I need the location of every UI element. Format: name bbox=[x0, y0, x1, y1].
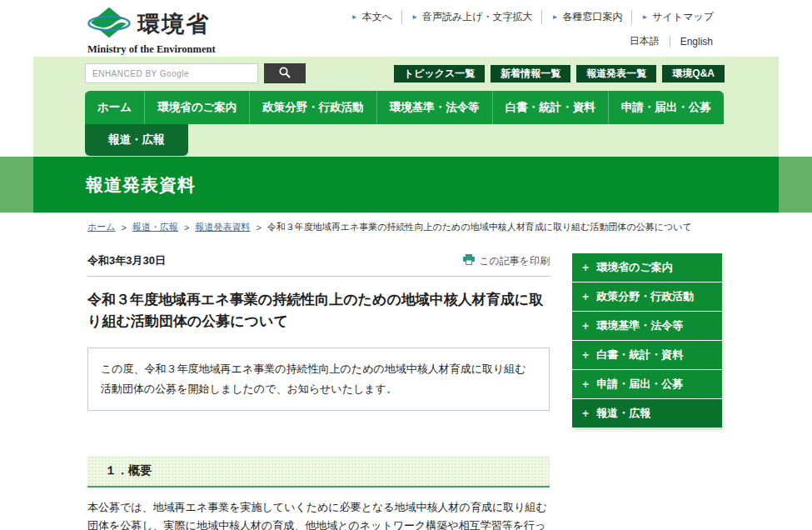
utility-links: ► 本文へ ► 音声読み上げ・文字拡大 ► 各種窓口案内 ► サイトマップ bbox=[342, 10, 723, 24]
site-header: 環境省 Ministry of the Environment ► 本文へ ► … bbox=[0, 0, 812, 57]
arrow-right-icon: ► bbox=[641, 14, 648, 21]
sidebar-item-applications[interactable]: + 申請・届出・公募 bbox=[572, 370, 722, 399]
utility-link-label: 音声読み上げ・文字拡大 bbox=[422, 10, 533, 24]
sidebar-item-label: 環境基準・法令等 bbox=[596, 318, 683, 333]
plus-icon: + bbox=[582, 408, 589, 419]
nav-item-whitepapers-statistics[interactable]: 白書・統計・資料 bbox=[492, 91, 608, 124]
sidebar-item-label: 白書・統計・資料 bbox=[596, 348, 683, 362]
article: 令和3年3月30日 この記事を印刷 令和３年度地域再エネ事業の持続性向上のための… bbox=[87, 253, 550, 530]
sidebar-item-label: 環境省のご案内 bbox=[596, 260, 673, 275]
utility-link-accessibility[interactable]: ► 音声読み上げ・文字拡大 bbox=[401, 10, 541, 24]
ministry-logo[interactable]: 環境省 Ministry of the Environment bbox=[87, 6, 216, 56]
breadcrumb-current-page: 令和３年度地域再エネ事業の持続性向上のための地域中核人材育成に取り組む活動団体の… bbox=[267, 221, 692, 233]
article-date: 令和3年3月30日 bbox=[87, 253, 166, 268]
nav-item-policy[interactable]: 政策分野・行政活動 bbox=[249, 91, 376, 124]
breadcrumb: ホーム > 報道・広報 > 報道発表資料 > 令和３年度地域再エネ事業の持続性向… bbox=[87, 221, 779, 233]
print-article-link[interactable]: この記事を印刷 bbox=[463, 254, 550, 268]
page-title-band: 報道発表資料 bbox=[0, 157, 812, 212]
sidebar-item-label: 政策分野・行政活動 bbox=[596, 289, 694, 304]
sidebar-menu: + 環境省のご案内 + 政策分野・行政活動 + 環境基準・法令等 + 白書・統計… bbox=[572, 253, 722, 428]
article-meta-row: 令和3年3月30日 この記事を印刷 bbox=[87, 253, 550, 268]
divider bbox=[87, 276, 550, 277]
plus-icon: + bbox=[582, 378, 589, 390]
plus-icon: + bbox=[582, 291, 589, 302]
global-nav-row1: ホーム 環境省のご案内 政策分野・行政活動 環境基準・法令等 白書・統計・資料 … bbox=[85, 91, 712, 124]
sidebar-item-standards-laws[interactable]: + 環境基準・法令等 bbox=[572, 312, 722, 341]
language-switcher: 日本語 English bbox=[620, 34, 723, 48]
breadcrumb-separator: > bbox=[122, 222, 127, 232]
article-summary-text: この度、令和３年度地域再エネ事業の持続性向上のための地域中核人材育成に取り組む活… bbox=[101, 359, 536, 399]
lang-japanese[interactable]: 日本語 bbox=[620, 34, 670, 48]
search-button[interactable] bbox=[264, 63, 306, 83]
ministry-name: 環境省 bbox=[137, 9, 210, 39]
arrow-right-icon: ► bbox=[411, 14, 418, 21]
article-summary-box: この度、令和３年度地域再エネ事業の持続性向上のための地域中核人材育成に取り組む活… bbox=[87, 348, 550, 411]
print-link-label: この記事を印刷 bbox=[479, 254, 550, 268]
page-title: 報道発表資料 bbox=[33, 173, 196, 197]
arrow-right-icon: ► bbox=[551, 14, 558, 21]
quick-buttons: トピックス一覧 新着情報一覧 報道発表一覧 環境Q&A bbox=[394, 65, 725, 82]
plus-icon: + bbox=[582, 349, 589, 361]
sidebar-item-press-pr[interactable]: + 報道・広報 bbox=[572, 399, 722, 428]
environment-qa-button[interactable]: 環境Q&A bbox=[662, 65, 725, 82]
search-input[interactable] bbox=[85, 63, 258, 83]
header-utility-area: ► 本文へ ► 音声読み上げ・文字拡大 ► 各種窓口案内 ► サイトマップ 日本… bbox=[342, 6, 723, 48]
nav-item-home[interactable]: ホーム bbox=[85, 91, 144, 124]
breadcrumb-press-pr[interactable]: 報道・広報 bbox=[132, 221, 178, 233]
page: 環境省 Ministry of the Environment ► 本文へ ► … bbox=[0, 0, 812, 530]
arrow-right-icon: ► bbox=[351, 14, 358, 21]
press-release-list-button[interactable]: 報道発表一覧 bbox=[576, 65, 656, 82]
utility-link-label: サイトマップ bbox=[652, 10, 714, 24]
article-title: 令和３年度地域再エネ事業の持続性向上のための地域中核人材育成に取り組む活動団体の… bbox=[87, 289, 550, 333]
utility-link-label: 各種窓口案内 bbox=[562, 10, 622, 24]
sidebar-item-label: 申請・届出・公募 bbox=[596, 377, 683, 392]
utility-link-label: 本文へ bbox=[362, 10, 392, 24]
global-nav: ホーム 環境省のご案内 政策分野・行政活動 環境基準・法令等 白書・統計・資料 … bbox=[85, 91, 725, 156]
lang-english[interactable]: English bbox=[670, 36, 723, 48]
topics-list-button[interactable]: トピックス一覧 bbox=[394, 65, 485, 82]
global-nav-row2: 報道・広報 bbox=[85, 124, 725, 156]
utility-link-contact-desks[interactable]: ► 各種窓口案内 bbox=[541, 10, 631, 24]
sidebar-item-whitepapers-statistics[interactable]: + 白書・統計・資料 bbox=[572, 341, 722, 370]
utility-link-main-content[interactable]: ► 本文へ bbox=[342, 10, 401, 24]
breadcrumb-home[interactable]: ホーム bbox=[87, 221, 116, 233]
breadcrumb-separator: > bbox=[184, 222, 189, 232]
article-body-text: 本公募では、地域再エネ事業を実施していくために必要となる地域中核人材の育成に取り… bbox=[87, 498, 550, 530]
nav-item-about-moe[interactable]: 環境省のご案内 bbox=[144, 91, 249, 124]
breadcrumb-press-releases[interactable]: 報道発表資料 bbox=[195, 221, 250, 233]
nav-item-press-pr[interactable]: 報道・広報 bbox=[85, 124, 188, 156]
nav-item-standards-laws[interactable]: 環境基準・法令等 bbox=[376, 91, 492, 124]
ministry-logo-icon bbox=[87, 6, 131, 42]
content-area: 令和3年3月30日 この記事を印刷 令和３年度地域再エネ事業の持続性向上のための… bbox=[0, 253, 812, 530]
new-info-list-button[interactable]: 新着情報一覧 bbox=[491, 65, 570, 82]
sidebar-item-policy[interactable]: + 政策分野・行政活動 bbox=[572, 282, 722, 312]
section-heading-overview: １．概要 bbox=[87, 456, 550, 488]
sidebar-item-about-moe[interactable]: + 環境省のご案内 bbox=[572, 253, 722, 282]
utility-link-sitemap[interactable]: ► サイトマップ bbox=[631, 10, 723, 24]
ministry-name-en: Ministry of the Environment bbox=[87, 43, 216, 56]
nav-item-applications[interactable]: 申請・届出・公募 bbox=[608, 91, 724, 124]
printer-icon bbox=[463, 254, 475, 268]
search-row: トピックス一覧 新着情報一覧 報道発表一覧 環境Q&A bbox=[85, 57, 725, 83]
header-green-band: トピックス一覧 新着情報一覧 報道発表一覧 環境Q&A ホーム 環境省のご案内 … bbox=[33, 57, 779, 157]
plus-icon: + bbox=[582, 262, 589, 273]
search-icon bbox=[278, 66, 291, 82]
plus-icon: + bbox=[582, 320, 589, 332]
breadcrumb-separator: > bbox=[256, 222, 261, 232]
sidebar-item-label: 報道・広報 bbox=[596, 406, 650, 421]
